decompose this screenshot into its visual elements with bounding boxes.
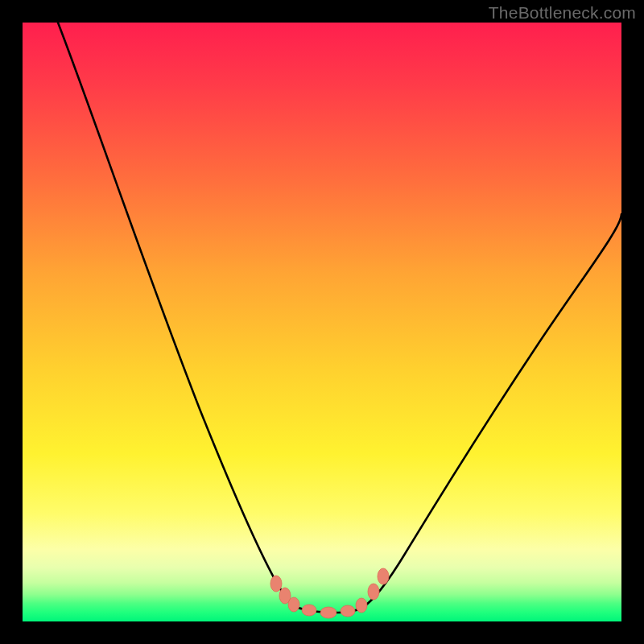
curve-left-branch <box>58 23 296 607</box>
bead-4 <box>302 605 316 616</box>
bead-3 <box>288 597 299 612</box>
valley-markers <box>270 568 389 618</box>
watermark-text: TheBottleneck.com <box>489 3 636 23</box>
bead-6 <box>341 605 355 617</box>
bead-7 <box>356 598 367 613</box>
bottleneck-curve <box>58 23 621 613</box>
bead-9 <box>378 568 389 584</box>
bead-5 <box>320 607 336 618</box>
curve-right-branch <box>362 214 621 608</box>
plot-area <box>23 23 621 621</box>
chart-frame: TheBottleneck.com <box>0 0 644 644</box>
bead-8 <box>368 584 379 600</box>
bead-1 <box>270 576 282 592</box>
curve-layer <box>23 23 621 621</box>
